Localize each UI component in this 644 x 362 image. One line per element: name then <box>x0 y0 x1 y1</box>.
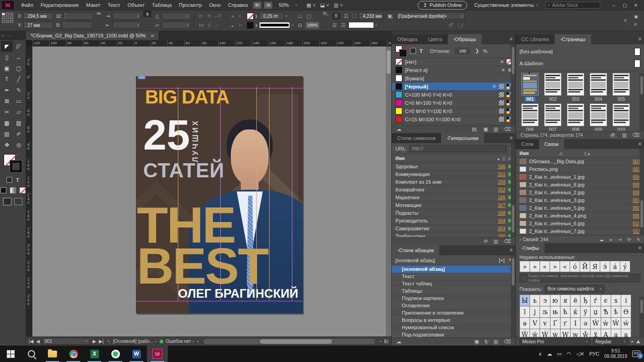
link-row[interactable]: 2_Как п...инённых_1.jpg 004 <box>516 173 644 181</box>
hyperlink-row[interactable]: Копирайтинг 162 <box>392 186 515 194</box>
link-row[interactable]: Обложка..._Big Data.jpg 001 <box>516 158 644 165</box>
recent-glyph-cell[interactable]: á <box>610 261 620 272</box>
hyperlink-row[interactable]: Подкасты 168 <box>392 209 515 217</box>
object-style-dropdown[interactable]: [Графический фрейм]+˅ <box>396 12 465 20</box>
swatch-row[interactable]: [Регист-я] ✕ ⊕ <box>392 66 515 74</box>
scale-x-dropdown[interactable]: ˅ <box>113 12 141 20</box>
hyperlink-page-number[interactable]: 162 <box>498 187 505 192</box>
glyph-cell[interactable]: љ <box>540 306 550 318</box>
panel-scrollbar[interactable] <box>511 44 515 125</box>
indesign-taskbar-button[interactable]: Id <box>147 346 168 362</box>
edit-style-icon[interactable]: ▢∕ <box>457 22 465 28</box>
recent-glyph-cell[interactable]: » <box>530 261 540 272</box>
fill-color-swatch[interactable] <box>247 22 254 29</box>
hyperlink-page-number[interactable]: 167 <box>498 203 505 208</box>
scroll-right-icon[interactable]: › <box>380 339 381 344</box>
cc-libraries-icon[interactable]: ☁ <box>396 339 401 345</box>
gradient-feather-tool[interactable]: ▨ <box>13 118 25 129</box>
constrain-dimensions-icon[interactable]: ⚮ <box>96 10 101 31</box>
page-tool[interactable]: ▯ <box>1 52 13 63</box>
glyph-font-dropdown[interactable]: Minion Pro˅ <box>519 338 591 345</box>
menu-item[interactable]: Макет <box>83 1 104 9</box>
select-content-icon[interactable]: ⌐ <box>214 22 219 28</box>
formatting-text-button[interactable]: T <box>420 48 423 54</box>
glyph-cell[interactable]: э <box>540 295 550 306</box>
wrap-both-icon[interactable]: ☴ <box>340 22 347 28</box>
tab-pages[interactable]: ◦ Страницы <box>555 34 591 44</box>
paragraph-style-row[interactable]: Нумерованный список <box>392 324 515 331</box>
sort-icon[interactable]: ▴ <box>497 156 499 161</box>
hyperlink-row[interactable]: Саморазвитие 163 <box>392 225 515 233</box>
glyph-cell[interactable]: ẁ <box>601 317 611 329</box>
column-guide[interactable] <box>256 87 257 300</box>
start-button[interactable] <box>0 346 21 362</box>
excel-button[interactable]: X <box>84 346 105 362</box>
publish-online-button[interactable]: ↥Publish Online <box>418 1 467 10</box>
delete-style-icon[interactable]: ⌫ <box>504 339 511 345</box>
paragraph-style-row[interactable]: [основной абзац] <box>392 265 515 273</box>
paragraph-style-row[interactable]: Вопросы в интервью <box>392 316 515 324</box>
fill-stroke-proxy[interactable] <box>4 154 22 172</box>
split-view-icon[interactable]: ⫼▯ <box>384 339 389 344</box>
glyph-cell[interactable]: ќ <box>570 306 581 318</box>
workspace-switcher[interactable]: Существенные элементы˅ <box>474 2 538 8</box>
glyph-cell[interactable]: ћ <box>560 306 571 318</box>
new-hyperlink-icon[interactable]: ▥ <box>493 238 498 244</box>
page-badge-icon[interactable] <box>138 76 145 79</box>
tab-swatches[interactable]: ◦ Образцы <box>448 34 482 44</box>
new-style-icon[interactable]: ▥ <box>493 339 498 345</box>
name-column-header[interactable]: Имя <box>395 156 405 161</box>
type-tool[interactable]: T <box>1 74 13 85</box>
last-page-button[interactable]: ▶| <box>99 339 104 344</box>
menu-item[interactable]: Файл <box>17 1 37 9</box>
link-row[interactable]: 2_Как п...инённых_7.jpg 011 <box>516 228 644 235</box>
link-row[interactable]: 2_Как п...инённых_8.jpg 005 <box>516 181 644 189</box>
relink-icon[interactable]: ∞ <box>609 237 613 242</box>
formatting-text-button[interactable]: T <box>16 177 19 183</box>
horizontal-scrollbar-thumb[interactable] <box>260 339 332 344</box>
page-thumbnail[interactable] <box>590 103 607 126</box>
menu-item[interactable]: Окно <box>206 1 225 9</box>
glyph-cell[interactable]: ә <box>580 317 591 329</box>
edit-original-icon[interactable]: ✎ <box>637 237 640 242</box>
tab-hyperlinks[interactable]: ◦ Гиперссылки <box>441 133 484 143</box>
page-thumbnail[interactable] <box>613 73 630 96</box>
vertical-ruler[interactable]: 20020406080100120140160180200220240260 <box>26 47 32 336</box>
document-tab[interactable]: *Сборник_G2_Big Data_190719_1100.indd @ … <box>26 31 159 40</box>
rotation-angle-dropdown[interactable]: ˅ <box>162 12 191 20</box>
first-page-button[interactable]: |◀ <box>29 339 33 344</box>
zoom-tool[interactable]: ◎ <box>13 140 25 150</box>
swatch-row[interactable]: [Бумага] ✕ ⊕ <box>392 74 515 83</box>
distribute-v-icon[interactable]: ⁙ <box>237 22 244 28</box>
glyph-cell[interactable]: Ґ <box>550 317 561 329</box>
update-link-icon[interactable]: ⟳ <box>627 237 631 242</box>
document-viewport[interactable]: BIG DATA 25 ЛУЧШИХ СТАТЕЙ THE BEST ОЛЕГ … <box>32 47 391 336</box>
glyph-cell[interactable]: ю <box>550 295 561 306</box>
apply-gradient-button[interactable] <box>10 187 16 193</box>
quick-apply-icon[interactable]: 🗗 <box>447 22 455 28</box>
recent-glyph-cell[interactable]: » <box>550 261 560 272</box>
hyperlink-row[interactable]: Коммуникация 161 <box>392 171 515 178</box>
master-row[interactable]: А-Шаблон <box>516 57 644 69</box>
rotate-cw-icon[interactable]: ⟳ <box>197 13 204 19</box>
effects-fx-icon[interactable]: fx, <box>322 10 330 31</box>
column-guide[interactable] <box>178 87 178 300</box>
horizontal-guide[interactable] <box>136 301 303 301</box>
master-row[interactable]: [Без шаблона] <box>516 46 644 57</box>
recent-glyph-cell[interactable]: « <box>560 261 570 272</box>
paragraph-style-row[interactable]: Оглавление <box>392 302 515 309</box>
link-row[interactable]: 2_Как п...инённых_5.jpg 008 <box>516 204 644 212</box>
page-thumbnail-cell[interactable]: ▼ 002 <box>541 73 564 102</box>
recent-glyph-cell[interactable]: ó <box>570 261 580 272</box>
glyph-cell[interactable]: є <box>601 295 611 306</box>
glyph-cell[interactable]: s <box>611 295 621 306</box>
tab-cc-libraries[interactable]: CC Libraries <box>516 34 555 44</box>
panel-menu-icon[interactable]: ≡ <box>639 36 641 41</box>
style-override-icon[interactable]: [+] <box>499 258 505 263</box>
screen-mode-icon[interactable]: ⬓ ˅ <box>320 2 329 8</box>
link-row[interactable]: Роспись.png 002 <box>516 165 644 173</box>
flip-vertical-icon[interactable]: ⧖ <box>207 22 213 28</box>
page-thumbnail[interactable] <box>567 73 584 96</box>
status-column-icon[interactable]: ⚠ <box>559 151 563 156</box>
glyph-cell[interactable]: џ <box>590 306 601 318</box>
